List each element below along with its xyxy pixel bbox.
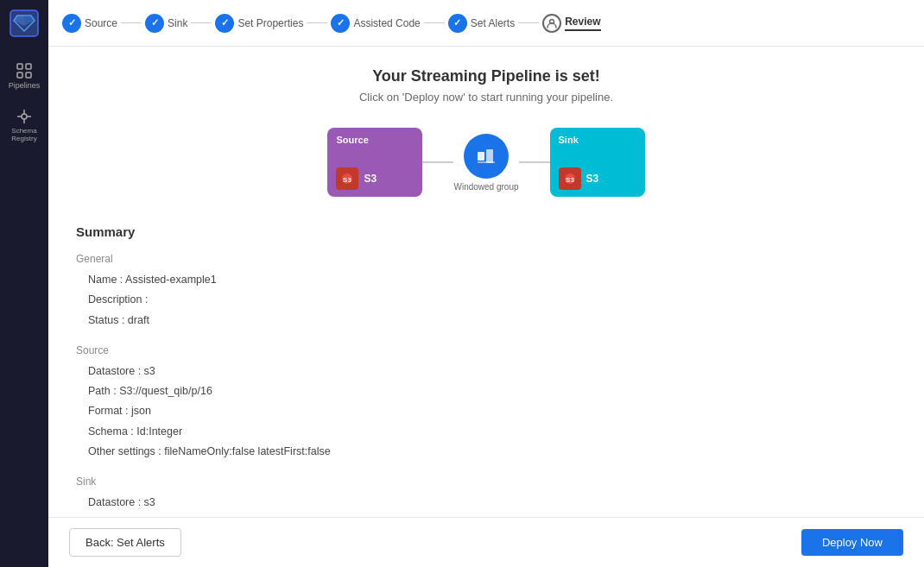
step-set-alerts-circle: ✓ [448,14,467,33]
sidebar: Pipelines Schema Registry [0,0,48,567]
pipeline-title: Your Streaming Pipeline is set! [76,67,896,85]
pipeline-subtitle: Click on 'Deploy now' to start running y… [76,91,896,104]
source-format: Format : json [76,401,680,421]
general-group-title: General [76,253,680,265]
step-assisted-code-circle: ✓ [331,14,350,33]
svg-text:S3: S3 [566,176,574,184]
source-path: Path : S3://quest_qib/p/16 [76,381,680,401]
sink-node-text: S3 [586,173,599,185]
sidebar-item-pipelines[interactable]: Pipelines [3,57,45,96]
sink-node-title: Sink [559,135,636,145]
general-name: Name : Assisted-example1 [76,270,680,290]
app-logo [7,9,41,41]
source-node-title: Source [336,135,414,145]
svg-rect-17 [486,149,493,163]
deploy-button[interactable]: Deploy Now [801,529,903,556]
source-datastore: Datastore : s3 [76,362,680,381]
back-button[interactable]: Back: Set Alerts [69,528,181,557]
sidebar-item-schema[interactable]: Schema Registry [3,103,45,148]
svg-rect-4 [17,64,22,69]
step-divider-2 [191,22,212,23]
windowed-group-label: Windowed group [453,182,518,192]
svg-point-8 [22,114,27,119]
source-node-icon: S3 [336,167,358,190]
step-set-alerts[interactable]: ✓ Set Alerts [448,14,515,33]
connector-left [422,161,453,163]
connector-right [519,161,550,163]
step-source[interactable]: ✓ Source [62,14,117,33]
step-source-circle: ✓ [62,14,81,33]
step-review-label: Review [565,16,600,31]
step-set-properties-label: Set Properties [237,17,303,29]
source-other-settings: Other settings : fileNameOnly:false late… [76,442,680,462]
step-divider-4 [424,22,445,23]
summary-title: Summary [76,224,680,239]
step-sink-label: Sink [168,17,187,29]
summary-group-sink: Sink Datastore : s3 Path : s3://quest_qi… [76,476,680,517]
svg-text:S3: S3 [344,176,352,184]
step-assisted-code-label: Assisted Code [353,17,420,29]
step-divider-3 [307,22,327,23]
svg-rect-16 [478,152,484,161]
pipelines-icon [16,62,33,79]
summary-section: Summary General Name : Assisted-example1… [76,224,680,517]
sink-node: Sink S3 S3 [550,128,645,197]
step-divider-5 [518,22,539,23]
summary-group-general: General Name : Assisted-example1 Descrip… [76,253,680,331]
step-set-properties[interactable]: ✓ Set Properties [215,14,303,33]
schema-icon [16,108,33,125]
stepper-nav: ✓ Source ✓ Sink ✓ Set Properties ✓ Assis… [48,0,924,47]
source-group-title: Source [76,344,680,356]
source-node-bottom: S3 S3 [336,167,414,190]
sink-group-title: Sink [76,476,680,488]
source-node: Source S3 S3 [327,128,422,197]
step-source-label: Source [85,17,117,29]
general-status: Status : draft [76,311,680,331]
footer: Back: Set Alerts Deploy Now [48,517,924,567]
step-review[interactable]: Review [542,14,600,33]
middle-node-wrap: Windowed group [453,134,518,192]
main-content: ✓ Source ✓ Sink ✓ Set Properties ✓ Assis… [48,0,924,567]
source-schema: Schema : Id:Integer [76,422,680,442]
step-sink[interactable]: ✓ Sink [145,14,187,33]
sink-path: Path : s3://quest_qib/p/17 [76,513,680,517]
general-description: Description : [76,290,680,310]
step-assisted-code[interactable]: ✓ Assisted Code [331,14,420,33]
summary-group-source: Source Datastore : s3 Path : S3://quest_… [76,344,680,462]
pipeline-diagram: Source S3 S3 [76,128,896,197]
sink-node-icon: S3 [559,167,581,190]
schema-label: Schema Registry [7,128,41,143]
step-divider-1 [121,22,142,23]
step-sink-circle: ✓ [145,14,164,33]
step-review-circle [542,14,561,33]
svg-rect-7 [26,72,31,78]
sink-datastore: Datastore : s3 [76,493,680,513]
source-node-text: S3 [364,173,377,185]
step-set-properties-circle: ✓ [215,14,234,33]
sink-node-bottom: S3 S3 [559,167,636,190]
windowed-group-node [464,134,509,179]
page-content: Your Streaming Pipeline is set! Click on… [48,47,924,517]
svg-rect-6 [17,72,22,78]
pipelines-label: Pipelines [9,82,41,91]
svg-rect-5 [26,64,31,69]
step-set-alerts-label: Set Alerts [471,17,515,29]
